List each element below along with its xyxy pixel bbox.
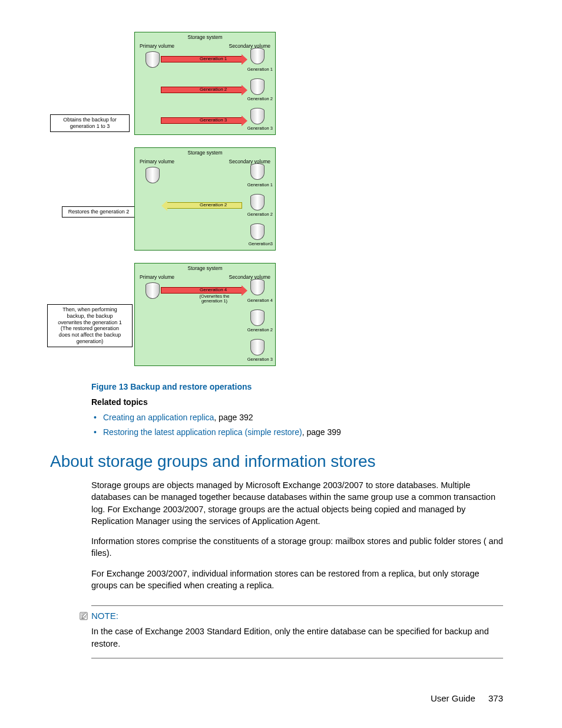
related-topic-suffix: , page 392	[214, 413, 253, 422]
generation-label: Generation 3	[247, 126, 273, 131]
figure-diagrams: Obtains the backup for generation 1 to 3…	[94, 32, 503, 369]
cylinder-icon	[250, 194, 265, 210]
storage-system-box: Storage system Primary volume Secondary …	[134, 32, 276, 135]
body-content: Figure 13 Backup and restore operations …	[91, 382, 503, 658]
diagram-caption: Then, when performing backup, the backup…	[47, 304, 133, 347]
note-text: In the case of Exchange 2003 Standard Ed…	[91, 625, 503, 650]
page-footer: User Guide 373	[431, 693, 503, 703]
cylinder-icon	[250, 48, 265, 64]
diagram-backup-generations: Obtains the backup for generation 1 to 3…	[94, 32, 503, 138]
storage-system-label: Storage system	[135, 34, 275, 40]
section-heading: About storage groups and information sto…	[50, 452, 503, 471]
generation-label: Generation 4	[247, 298, 273, 303]
cylinder-icon	[250, 309, 265, 326]
cylinder-icon	[250, 163, 265, 180]
note-heading: NOTE:	[80, 611, 503, 621]
overwrite-note: (Overwrites the generation 1)	[194, 294, 235, 304]
note-label: NOTE:	[91, 611, 118, 621]
note-icon	[80, 612, 88, 620]
primary-volume-label: Primary volume	[140, 159, 174, 164]
storage-system-box: Storage system Primary volume Secondary …	[134, 147, 276, 251]
related-topic-item: Creating an application replica, page 39…	[103, 410, 503, 425]
cylinder-icon	[146, 167, 160, 183]
paragraph: Information stores comprise the constitu…	[91, 535, 503, 559]
generation-label: Generation 1	[247, 182, 273, 187]
diagram-caption: Obtains the backup for generation 1 to 3	[50, 114, 130, 132]
paragraph: Storage groups are objects managed by Mi…	[91, 479, 503, 527]
footer-page-number: 373	[488, 693, 503, 703]
related-topic-link[interactable]: Restoring the latest application replica…	[103, 427, 302, 437]
cylinder-icon	[250, 223, 265, 240]
related-topics-list: Creating an application replica, page 39…	[91, 410, 503, 439]
related-topic-item: Restoring the latest application replica…	[103, 425, 503, 440]
cylinder-icon	[250, 78, 265, 95]
cylinder-icon	[146, 51, 160, 68]
related-topic-link[interactable]: Creating an application replica	[103, 413, 214, 422]
cylinder-icon	[250, 279, 265, 295]
storage-system-box: Storage system Primary volume Secondary …	[134, 263, 276, 366]
paragraph: For Exchange 2003/2007, individual infor…	[91, 568, 503, 592]
figure-caption: Figure 13 Backup and restore operations	[91, 382, 503, 391]
diagram-overwrite-generation: Then, when performing backup, the backup…	[94, 263, 503, 369]
related-topic-suffix: , page 399	[302, 427, 341, 437]
primary-volume-label: Primary volume	[140, 43, 174, 49]
footer-doc-title: User Guide	[431, 693, 475, 703]
generation-label: Generation3	[249, 241, 273, 246]
arrow-label: Generation 3	[200, 117, 227, 123]
note-block: NOTE: In the case of Exchange 2003 Stand…	[91, 605, 503, 658]
cylinder-icon	[146, 282, 160, 299]
diagram-caption: Restores the generation 2	[62, 206, 135, 218]
related-topics-heading: Related topics	[91, 397, 503, 407]
diagram-restore-generation: Restores the generation 2 Storage system…	[94, 147, 503, 253]
storage-system-label: Storage system	[135, 150, 275, 156]
arrow-label: Generation 2	[200, 87, 227, 92]
storage-system-label: Storage system	[135, 265, 275, 271]
generation-label: Generation 3	[247, 357, 273, 362]
arrow-label: Generation 2	[200, 202, 227, 207]
arrow-label: Generation 4	[200, 287, 227, 292]
arrow-label: Generation 1	[200, 56, 227, 61]
cylinder-icon	[250, 108, 265, 124]
cylinder-icon	[250, 339, 265, 355]
generation-label: Generation 2	[247, 327, 273, 332]
generation-label: Generation 2	[247, 212, 273, 217]
generation-label: Generation 1	[247, 67, 273, 72]
primary-volume-label: Primary volume	[140, 274, 174, 280]
generation-label: Generation 2	[247, 96, 273, 101]
page: Obtains the backup for generation 1 to 3…	[0, 0, 562, 728]
